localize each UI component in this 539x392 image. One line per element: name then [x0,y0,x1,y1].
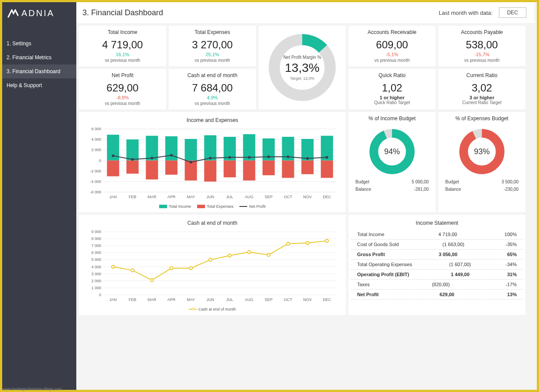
pct: -15,7% [441,52,523,57]
svg-text:-2 000: -2 000 [90,169,101,173]
label: Quick Ratio [351,72,433,78]
svg-text:SEP: SEP [265,195,273,199]
svg-text:APR: APR [167,195,176,199]
svg-point-58 [229,156,231,159]
legend-expenses: Total Expenses [207,204,233,209]
svg-rect-31 [204,135,216,161]
svg-text:MAY: MAY [187,297,195,302]
svg-point-52 [112,155,114,157]
svg-rect-47 [301,161,314,174]
svg-rect-22 [146,136,158,161]
pct: 25,1% [171,52,253,57]
svg-text:APR: APR [167,297,176,302]
svg-point-111 [325,239,328,242]
svg-text:0: 0 [99,293,101,297]
svg-point-60 [267,155,270,158]
brand-name: ADNIA [21,8,55,18]
pct: 4,9% [171,95,253,100]
is-row: Operating Profit (EBIT)1 449,0031% [351,270,523,280]
nav-financial-dashboard[interactable]: 3. Financial Dashboard [2,64,76,78]
card-cash: Cash at end of month 7 684,00 4,9% vs pr… [169,69,256,109]
svg-point-56 [190,161,192,163]
svg-text:-4 000: -4 000 [90,179,101,184]
svg-text:MAR: MAR [147,195,157,199]
svg-text:7 000: 7 000 [91,243,101,248]
svg-text:2 000: 2 000 [91,148,101,152]
dashboard-grid: Total Income 4 719,00 16,1% vs previous … [76,26,534,315]
card-expenses-budget: % of Expenses Budget 93% Budget3 500,00 … [438,112,525,212]
pct: 16,1% [82,52,164,57]
is-row: Total Income4 719,00100% [351,230,523,240]
svg-point-105 [209,258,212,261]
label: Cash at end of month [171,72,253,78]
sub: vs previous month [351,58,433,63]
svg-rect-29 [185,161,197,181]
svg-text:9 000: 9 000 [91,230,101,234]
svg-text:4 000: 4 000 [91,265,101,269]
line-chart-svg: 01 0002 0003 0004 0005 0006 0007 0008 00… [84,230,341,304]
svg-rect-35 [224,161,236,178]
value: 4 719,00 [82,39,164,51]
svg-text:3 000: 3 000 [91,272,101,276]
svg-rect-44 [282,161,294,178]
nav-financial-metrics[interactable]: 2. Financial Metrics [2,51,76,64]
nav: 1. Settings 2. Financial Metrics 3. Fina… [2,37,76,92]
svg-point-109 [287,242,290,245]
svg-rect-50 [321,161,333,178]
value: 3,02 [441,82,523,94]
svg-point-108 [267,253,270,257]
svg-rect-26 [165,161,177,175]
card-quick-ratio: Quick Ratio 1,02 1 or higher Quick Ratio… [348,69,436,109]
svg-text:-6 000: -6 000 [90,190,101,194]
card-net-profit-margin: Net Profit Margin % 13,3% Target: 12,0% [259,26,346,109]
svg-rect-19 [126,139,139,160]
nav-settings[interactable]: 1. Settings [2,37,76,51]
svg-text:2 000: 2 000 [91,279,101,283]
label: Current Ratio [441,72,523,78]
legend: Total Income Total Expenses Net Profit [82,204,343,209]
svg-text:JUN: JUN [206,297,214,302]
svg-text:OCT: OCT [284,195,293,199]
svg-text:NOV: NOV [303,195,312,199]
svg-point-110 [306,241,309,244]
sub1: 3 or higher [441,95,523,100]
svg-text:AUG: AUG [245,297,254,302]
is-row: Total Operating Expenses(1 607,00)-34% [351,260,523,270]
svg-text:DEC: DEC [323,195,331,199]
value: 538,00 [441,39,523,51]
svg-text:NOV: NOV [303,297,312,302]
legend-netprofit: Net Profit [249,204,266,209]
chart-cash: Cash at end of month 01 0002 0003 0004 0… [79,215,346,315]
svg-text:1 000: 1 000 [91,286,101,290]
svg-point-107 [248,250,251,253]
legend-cash: Cash at end of month [198,307,236,311]
last-month-label: Last month with data: [439,10,493,16]
svg-point-62 [306,157,309,160]
card-accounts-payable: Accounts Payable 538,00 -15,7% vs previo… [438,26,525,66]
svg-point-61 [287,155,290,158]
card-income-budget: % of Income Budget 94% Budget5 000,00 Ba… [348,112,436,212]
value: 93% [474,147,490,156]
header: 3. Financial Dashboard Last month with d… [76,2,534,23]
bar-chart-svg: -6 000-4 000-2 00002 0004 0006 000JANFEB… [84,127,341,201]
npm-target: Target: 12,0% [283,76,321,81]
label: Net Profit [82,72,164,78]
watermark: www.heritagechristiancollege.com [3,387,62,391]
value: 3 270,00 [171,39,253,51]
nav-help-support[interactable]: Help & Support [2,78,76,92]
svg-text:JUL: JUL [226,297,233,302]
month-selector[interactable]: DEC [499,7,526,18]
svg-point-54 [150,157,153,159]
label: Total Expenses [171,29,253,35]
is-row: Cost of Goods Sold(1 663,00)-35% [351,240,523,250]
svg-point-101 [131,269,134,272]
sub: vs previous month [82,101,164,106]
svg-text:5 000: 5 000 [91,257,101,262]
svg-point-55 [170,154,173,156]
svg-text:SEP: SEP [265,297,273,302]
chart-income-expenses: Income and Expenses -6 000-4 000-2 00002… [79,112,346,212]
svg-rect-32 [204,161,216,182]
svg-rect-20 [126,161,139,174]
svg-text:FEB: FEB [129,297,136,302]
svg-text:6 000: 6 000 [91,127,101,131]
